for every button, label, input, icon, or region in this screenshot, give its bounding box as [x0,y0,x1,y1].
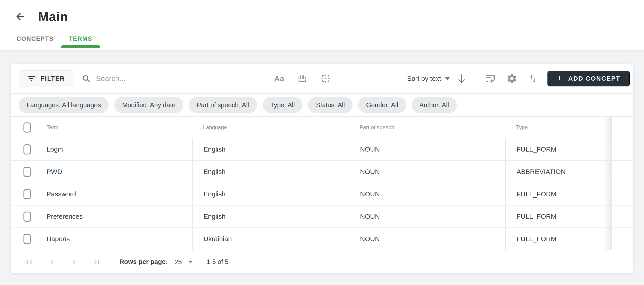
table-row[interactable]: Preferences English NOUN FULL_FORM [11,205,633,228]
active-tab-indicator [61,45,100,48]
tab-bar: CONCEPTS TERMS [9,29,644,48]
type-cell: FULL_FORM [505,205,612,227]
language-cell: English [192,183,349,205]
filter-chip[interactable]: Type: All [262,97,303,113]
table-header-row: Term Language Part of speech Type [11,117,633,138]
filter-chips-row: Languages: All languages Modified: Any d… [11,94,633,117]
tab-terms[interactable]: TERMS [61,29,100,48]
sort-direction-descending-icon[interactable] [456,73,466,84]
pinned-cell [612,183,633,205]
search-box [82,74,274,83]
pinned-cell [612,138,633,160]
term-value: Password [46,190,76,198]
filter-chip[interactable]: Modified: Any date [114,97,183,113]
term-cell: PWD [11,161,192,183]
term-value: Пароль [46,235,70,243]
pinned-column-header [612,117,633,138]
filter-icon [27,75,35,82]
toolbar: FILTER Aa [11,64,633,94]
column-header-part-of-speech: Part of speech [349,117,505,138]
last-page-button[interactable] [92,257,102,267]
add-concept-button[interactable]: + ADD CONCEPT [548,71,630,86]
page-title: Main [38,9,68,24]
language-cell: English [192,138,349,160]
match-case-icon[interactable]: Aa [274,75,284,82]
pinned-cell [612,228,633,250]
filter-button[interactable]: FILTER [19,70,73,87]
table-row[interactable]: Login English NOUN FULL_FORM [11,138,633,161]
plus-icon: + [557,73,563,83]
title-row: Main [0,0,644,24]
filter-chip[interactable]: Author: All [412,97,457,113]
low-priority-icon[interactable] [485,74,496,84]
filter-chip[interactable]: Gender: All [358,97,406,113]
language-cell: English [192,205,349,227]
search-icon [82,74,90,83]
part-of-speech-cell: NOUN [349,138,505,160]
filter-chip[interactable]: Status: All [308,97,353,113]
barcode-icon[interactable] [297,74,308,83]
table-row[interactable]: Password English NOUN FULL_FORM [11,183,633,205]
search-input[interactable] [96,74,274,83]
type-cell: ABBREVIATION [505,161,612,183]
part-of-speech-cell: NOUN [349,161,505,183]
term-cell: Пароль [11,228,192,250]
select-all-checkbox[interactable] [24,122,31,133]
row-checkbox[interactable] [24,189,31,199]
import-export-icon[interactable] [528,73,538,84]
back-button[interactable] [15,12,25,22]
type-cell: FULL_FORM [505,228,612,250]
filter-chip[interactable]: Languages: All languages [19,97,109,113]
settings-gear-icon[interactable] [506,73,518,84]
term-cell: Password [11,183,192,205]
add-concept-button-label: ADD CONCEPT [568,75,620,82]
part-of-speech-cell: NOUN [349,183,505,205]
filter-button-label: FILTER [41,75,65,82]
row-checkbox[interactable] [24,234,31,244]
rows-per-page-value: 25 [174,258,182,266]
term-value: Login [46,146,63,153]
part-of-speech-cell: NOUN [349,205,505,227]
language-cell: Ukrainian [192,228,349,250]
type-cell: FULL_FORM [505,138,612,160]
rows-per-page-select[interactable]: 25 [174,258,192,266]
part-of-speech-cell: NOUN [349,228,505,250]
row-checkbox[interactable] [24,167,31,177]
column-header-language: Language [192,117,349,138]
term-value: Preferences [46,213,83,220]
toolbar-divider-extension [633,94,638,94]
tab-concepts-label: CONCEPTS [16,35,54,42]
focus-frame-icon[interactable] [320,73,331,84]
tab-concepts[interactable]: CONCEPTS [9,29,61,48]
table-row[interactable]: Пароль Ukrainian NOUN FULL_FORM [11,228,633,250]
content-area: FILTER Aa [0,50,644,285]
pagination-range: 1-5 of 5 [206,258,228,265]
back-arrow-icon [15,12,25,22]
first-page-button[interactable] [24,257,34,267]
language-cell: English [192,161,349,183]
row-checkbox[interactable] [24,144,31,154]
term-cell: Preferences [11,205,192,227]
table-row[interactable]: PWD English NOUN ABBREVIATION [11,161,633,183]
row-checkbox[interactable] [24,212,31,222]
column-header-type: Type [505,117,612,138]
term-cell: Login [11,138,192,160]
next-page-button[interactable] [69,257,79,267]
column-header-term: Term [46,124,58,131]
app-header: Main CONCEPTS TERMS [0,0,644,50]
sort-select-value: Sort by text [407,75,441,82]
pinned-cell [612,205,633,227]
table-header-term-cell: Term [11,117,192,138]
previous-page-button[interactable] [47,257,57,267]
type-cell: FULL_FORM [505,183,612,205]
pinned-cell [612,161,633,183]
sort-select[interactable]: Sort by text [407,75,450,82]
table-body: Login English NOUN FULL_FORM PWD English… [11,138,633,250]
filter-chip[interactable]: Part of speech: All [189,97,257,113]
toolbar-action-icons [485,73,538,84]
chevron-down-icon [188,260,192,263]
chevron-down-icon [445,77,450,80]
terms-card: FILTER Aa [11,64,633,273]
rows-per-page-label: Rows per page: [120,258,168,265]
pagination-bar: Rows per page: 25 1-5 of 5 [11,250,633,273]
